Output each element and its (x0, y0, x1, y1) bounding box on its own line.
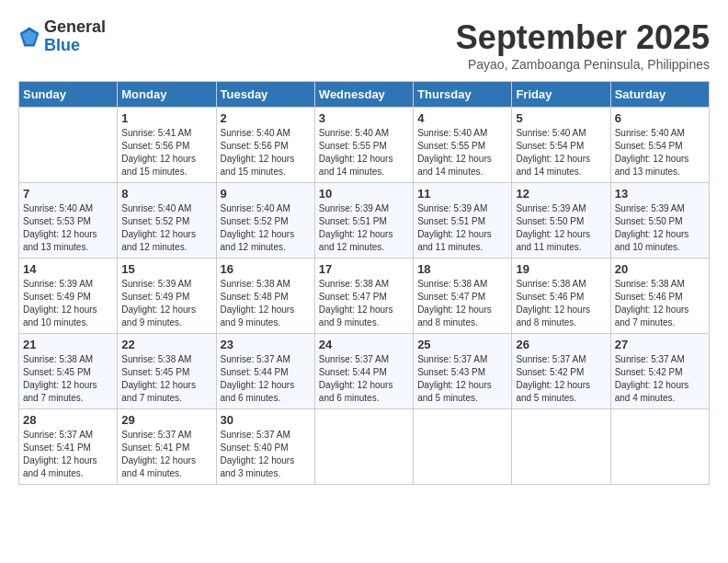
day-info: Sunrise: 5:40 AM Sunset: 5:52 PM Dayligh… (121, 202, 211, 254)
header-monday: Monday (118, 82, 216, 108)
calendar-cell: 14Sunrise: 5:39 AM Sunset: 5:49 PM Dayli… (19, 259, 118, 334)
day-info: Sunrise: 5:40 AM Sunset: 5:55 PM Dayligh… (417, 127, 507, 178)
day-number: 6 (615, 111, 705, 125)
day-info: Sunrise: 5:38 AM Sunset: 5:48 PM Dayligh… (221, 278, 311, 329)
calendar-cell: 1Sunrise: 5:41 AM Sunset: 5:56 PM Daylig… (118, 108, 216, 183)
week-row-1: 1Sunrise: 5:41 AM Sunset: 5:56 PM Daylig… (19, 108, 710, 183)
day-number: 11 (417, 187, 507, 201)
day-info: Sunrise: 5:37 AM Sunset: 5:40 PM Dayligh… (221, 429, 311, 480)
day-info: Sunrise: 5:39 AM Sunset: 5:51 PM Dayligh… (319, 202, 409, 254)
day-number: 23 (221, 338, 311, 351)
calendar-cell: 19Sunrise: 5:38 AM Sunset: 5:46 PM Dayli… (512, 259, 610, 334)
day-info: Sunrise: 5:40 AM Sunset: 5:54 PM Dayligh… (615, 127, 705, 178)
day-info: Sunrise: 5:38 AM Sunset: 5:45 PM Dayligh… (121, 353, 211, 405)
day-number: 29 (121, 413, 211, 427)
day-info: Sunrise: 5:39 AM Sunset: 5:50 PM Dayligh… (615, 202, 705, 254)
day-info: Sunrise: 5:40 AM Sunset: 5:56 PM Dayligh… (221, 127, 311, 178)
day-info: Sunrise: 5:39 AM Sunset: 5:49 PM Dayligh… (23, 278, 113, 329)
calendar-cell: 12Sunrise: 5:39 AM Sunset: 5:50 PM Dayli… (512, 183, 610, 259)
day-number: 2 (221, 111, 311, 125)
calendar-cell: 20Sunrise: 5:38 AM Sunset: 5:46 PM Dayli… (610, 259, 709, 334)
calendar-cell: 18Sunrise: 5:38 AM Sunset: 5:47 PM Dayli… (414, 259, 512, 334)
week-row-2: 7Sunrise: 5:40 AM Sunset: 5:53 PM Daylig… (19, 183, 710, 259)
header-saturday: Saturday (610, 82, 709, 108)
calendar-cell: 24Sunrise: 5:37 AM Sunset: 5:44 PM Dayli… (314, 334, 413, 409)
logo: General Blue (18, 18, 106, 55)
calendar-table: SundayMondayTuesdayWednesdayThursdayFrid… (18, 81, 710, 485)
day-number: 8 (121, 187, 211, 201)
calendar-header-row: SundayMondayTuesdayWednesdayThursdayFrid… (19, 82, 710, 108)
calendar-cell: 10Sunrise: 5:39 AM Sunset: 5:51 PM Dayli… (314, 183, 413, 259)
calendar-cell: 22Sunrise: 5:38 AM Sunset: 5:45 PM Dayli… (118, 334, 216, 409)
calendar-cell: 17Sunrise: 5:38 AM Sunset: 5:47 PM Dayli… (314, 259, 413, 334)
day-number: 26 (516, 338, 606, 351)
day-number: 24 (319, 338, 409, 351)
day-info: Sunrise: 5:39 AM Sunset: 5:50 PM Dayligh… (516, 202, 606, 254)
calendar-cell: 30Sunrise: 5:37 AM Sunset: 5:40 PM Dayli… (216, 409, 314, 485)
header-wednesday: Wednesday (314, 82, 413, 108)
calendar-cell: 28Sunrise: 5:37 AM Sunset: 5:41 PM Dayli… (19, 409, 118, 485)
calendar-cell (610, 409, 709, 485)
calendar-cell: 7Sunrise: 5:40 AM Sunset: 5:53 PM Daylig… (19, 183, 118, 259)
calendar-cell: 8Sunrise: 5:40 AM Sunset: 5:52 PM Daylig… (118, 183, 216, 259)
calendar-cell: 25Sunrise: 5:37 AM Sunset: 5:43 PM Dayli… (414, 334, 512, 409)
title-block: September 2025 Payao, Zamboanga Peninsul… (456, 18, 710, 72)
calendar-cell: 5Sunrise: 5:40 AM Sunset: 5:54 PM Daylig… (512, 108, 610, 183)
header-tuesday: Tuesday (216, 82, 314, 108)
calendar-cell: 15Sunrise: 5:39 AM Sunset: 5:49 PM Dayli… (118, 259, 216, 334)
calendar-cell: 4Sunrise: 5:40 AM Sunset: 5:55 PM Daylig… (414, 108, 512, 183)
page-header: General Blue September 2025 Payao, Zambo… (18, 18, 710, 72)
day-number: 30 (221, 413, 311, 427)
day-number: 3 (319, 111, 409, 125)
day-info: Sunrise: 5:39 AM Sunset: 5:49 PM Dayligh… (121, 278, 211, 329)
day-info: Sunrise: 5:39 AM Sunset: 5:51 PM Dayligh… (417, 202, 507, 254)
day-info: Sunrise: 5:38 AM Sunset: 5:46 PM Dayligh… (516, 278, 606, 329)
day-info: Sunrise: 5:37 AM Sunset: 5:44 PM Dayligh… (221, 353, 311, 405)
calendar-cell: 16Sunrise: 5:38 AM Sunset: 5:48 PM Dayli… (216, 259, 314, 334)
calendar-cell: 21Sunrise: 5:38 AM Sunset: 5:45 PM Dayli… (19, 334, 118, 409)
day-number: 19 (516, 262, 606, 276)
logo-icon (18, 26, 40, 48)
day-number: 15 (121, 262, 211, 276)
month-title: September 2025 (456, 18, 710, 57)
day-number: 10 (319, 187, 409, 201)
week-row-4: 21Sunrise: 5:38 AM Sunset: 5:45 PM Dayli… (19, 334, 710, 409)
day-number: 7 (23, 187, 113, 201)
day-info: Sunrise: 5:37 AM Sunset: 5:44 PM Dayligh… (319, 353, 409, 405)
calendar-cell (414, 409, 512, 485)
day-info: Sunrise: 5:37 AM Sunset: 5:43 PM Dayligh… (417, 353, 507, 405)
day-number: 12 (516, 187, 606, 201)
day-number: 17 (319, 262, 409, 276)
day-number: 13 (615, 187, 705, 201)
day-number: 9 (221, 187, 311, 201)
day-number: 4 (417, 111, 507, 125)
day-info: Sunrise: 5:38 AM Sunset: 5:47 PM Dayligh… (319, 278, 409, 329)
calendar-cell: 13Sunrise: 5:39 AM Sunset: 5:50 PM Dayli… (610, 183, 709, 259)
day-number: 5 (516, 111, 606, 125)
day-number: 21 (23, 338, 113, 351)
day-info: Sunrise: 5:40 AM Sunset: 5:53 PM Dayligh… (23, 202, 113, 254)
header-sunday: Sunday (19, 82, 118, 108)
day-number: 27 (615, 338, 705, 351)
day-info: Sunrise: 5:40 AM Sunset: 5:55 PM Dayligh… (319, 127, 409, 178)
logo-text: General Blue (44, 18, 106, 55)
day-info: Sunrise: 5:37 AM Sunset: 5:41 PM Dayligh… (121, 429, 211, 480)
day-number: 1 (121, 111, 211, 125)
day-number: 14 (23, 262, 113, 276)
day-number: 16 (221, 262, 311, 276)
day-info: Sunrise: 5:37 AM Sunset: 5:42 PM Dayligh… (516, 353, 606, 405)
calendar-cell: 26Sunrise: 5:37 AM Sunset: 5:42 PM Dayli… (512, 334, 610, 409)
day-info: Sunrise: 5:40 AM Sunset: 5:54 PM Dayligh… (516, 127, 606, 178)
calendar-cell: 9Sunrise: 5:40 AM Sunset: 5:52 PM Daylig… (216, 183, 314, 259)
day-number: 22 (121, 338, 211, 351)
calendar-cell: 2Sunrise: 5:40 AM Sunset: 5:56 PM Daylig… (216, 108, 314, 183)
header-friday: Friday (512, 82, 610, 108)
day-number: 18 (417, 262, 507, 276)
day-info: Sunrise: 5:40 AM Sunset: 5:52 PM Dayligh… (221, 202, 311, 254)
calendar-cell (314, 409, 413, 485)
day-info: Sunrise: 5:38 AM Sunset: 5:46 PM Dayligh… (615, 278, 705, 329)
calendar-cell: 29Sunrise: 5:37 AM Sunset: 5:41 PM Dayli… (118, 409, 216, 485)
calendar-cell: 3Sunrise: 5:40 AM Sunset: 5:55 PM Daylig… (314, 108, 413, 183)
calendar-cell (512, 409, 610, 485)
day-number: 28 (23, 413, 113, 427)
